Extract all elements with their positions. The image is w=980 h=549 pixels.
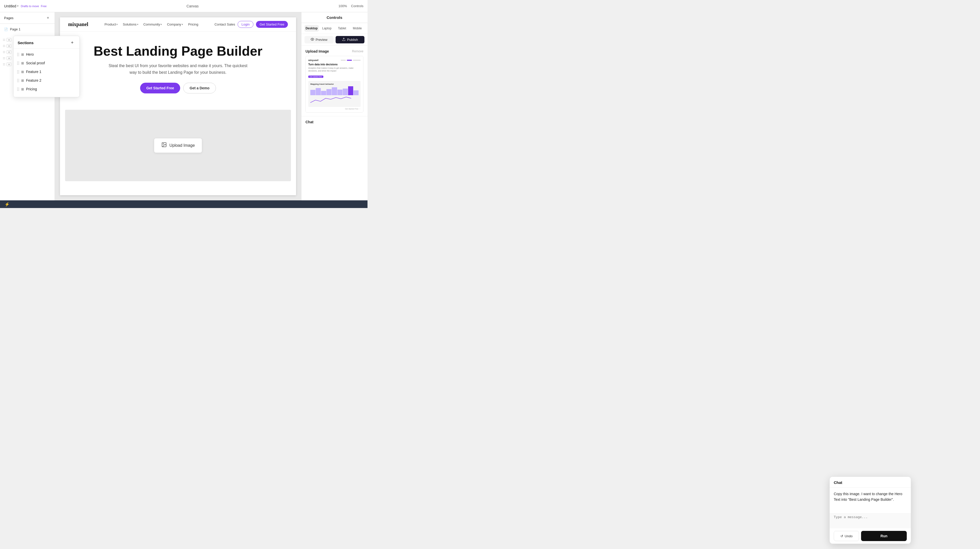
page-1-item[interactable]: 📄 Page 1 [2, 26, 52, 33]
page-1-label: Page 1 [10, 27, 21, 31]
add-section-button[interactable]: + [69, 40, 75, 46]
app-title[interactable]: Untitled ▾ [4, 4, 19, 8]
add-page-button[interactable]: + [45, 15, 51, 21]
section-badge-icon: ⊞ [6, 38, 11, 41]
pages-label: Pages [4, 16, 14, 20]
hero-buttons: Get Started Free Get a Demo [140, 83, 216, 94]
upload-icon [161, 142, 167, 149]
publish-button[interactable]: Publish [336, 36, 365, 43]
section-badge-icon: ⊞ [6, 50, 11, 54]
svg-point-1 [163, 144, 164, 145]
subtitle: Drafts to move Free [21, 5, 46, 8]
controls-label: Controls [351, 4, 363, 8]
nav-link-pricing[interactable]: Pricing [188, 22, 198, 26]
section-table-icon: ⊞ [21, 61, 24, 65]
section-table-icon: ⊞ [21, 87, 24, 91]
section-table-icon: ⊞ [21, 70, 24, 74]
title-chevron-icon: ▾ [17, 4, 19, 8]
nav-link-solutions[interactable]: Solutions ▾ [123, 22, 138, 26]
section-label-hero: Hero [26, 53, 34, 56]
canvas-navbar: mixpanel Product ▾ Solutions ▾ Community… [60, 18, 296, 32]
section-item-pricing[interactable]: ⊞ Pricing [14, 85, 80, 94]
section-item-social-proof[interactable]: ⊞ Social proof [14, 59, 80, 67]
top-bar: Untitled ▾ Drafts to move Free Canvas 10… [0, 0, 368, 12]
nav-link-product[interactable]: Product ▾ [104, 22, 118, 26]
pages-list: 📄 Page 1 [0, 24, 55, 35]
chevron-down-icon: ▾ [182, 23, 183, 26]
publish-icon [342, 38, 345, 42]
nav-cta-button[interactable]: Get Started Free [256, 21, 288, 28]
view-tabs: Desktop Laptop Tablet Mobile [301, 23, 368, 34]
svg-point-2 [312, 39, 313, 40]
page-icon: 📄 [4, 27, 8, 31]
nav-contact-sales[interactable]: Contact Sales [215, 22, 235, 26]
section-badge-icon: ⊞ [6, 62, 11, 66]
section-badge-icon: ⊞ [6, 56, 11, 60]
upload-image-section: Upload Image Remove mixpanel Turn da [301, 46, 368, 116]
control-actions: Preview Publish [301, 34, 368, 46]
drag-handle-icon[interactable] [17, 70, 19, 73]
upload-image-area[interactable]: Upload Image [65, 110, 291, 181]
right-sidebar: Controls Desktop Laptop Tablet Mobile Pr… [301, 12, 368, 201]
preview-button[interactable]: Preview [304, 36, 334, 43]
main-layout: Pages + 📄 Page 1 ⊞ ⊞ ⊞ [0, 12, 368, 201]
section-item-feature2[interactable]: ⊞ Feature 2 [14, 76, 80, 85]
section-label-social-proof: Social proof [26, 61, 45, 65]
section-item-hero[interactable]: ⊞ Hero [14, 50, 80, 59]
nav-link-company[interactable]: Company ▾ [167, 22, 183, 26]
nav-links: Product ▾ Solutions ▾ Community ▾ Compan… [104, 22, 198, 26]
upload-image-button[interactable]: Upload Image [154, 138, 202, 153]
tab-mobile[interactable]: Mobile [350, 25, 364, 32]
nav-login-button[interactable]: Login [238, 21, 253, 28]
remove-link[interactable]: Remove [352, 49, 363, 53]
chevron-down-icon: ▾ [137, 23, 138, 26]
bottom-bar: ⚡ [0, 201, 368, 208]
preview-image: mixpanel Turn data into decisions Analyt… [305, 56, 363, 113]
lightning-icon[interactable]: ⚡ [4, 201, 10, 207]
title-text: Untitled [4, 4, 16, 8]
chevron-down-icon: ▾ [161, 23, 162, 26]
hero-cta-primary-button[interactable]: Get Started Free [140, 83, 180, 94]
hero-subtitle: Steal the best UI from your favorite web… [107, 62, 250, 76]
zoom-level: 100% [339, 4, 347, 8]
section-label-feature2: Feature 2 [26, 78, 41, 83]
section-table-icon: ⊞ [21, 79, 24, 83]
tab-tablet[interactable]: Tablet [335, 25, 349, 32]
sections-list: ⊞ Hero ⊞ Social proof [14, 48, 80, 95]
sections-panel: Sections + ⊞ Hero [13, 36, 80, 97]
top-bar-right: 100% Controls [339, 4, 363, 8]
chat-section-label: Chat [301, 116, 368, 126]
sections-panel-header: Sections + [14, 36, 80, 48]
pages-header: Pages + [0, 12, 55, 24]
section-badge-icon: ⊞ [6, 44, 11, 48]
chevron-down-icon: ▾ [116, 23, 118, 26]
nav-link-community[interactable]: Community ▾ [143, 22, 162, 26]
drag-handle-icon[interactable] [17, 79, 19, 82]
upload-label: Upload Image [169, 143, 195, 148]
nav-logo: mixpanel [68, 21, 88, 27]
section-table-icon: ⊞ [21, 53, 24, 56]
tab-desktop[interactable]: Desktop [304, 25, 319, 32]
canvas-area: mixpanel Product ▾ Solutions ▾ Community… [55, 12, 301, 201]
hero-title: Best Landing Page Builder [94, 44, 262, 59]
canvas-label: Canvas [186, 4, 199, 8]
canvas-frame: mixpanel Product ▾ Solutions ▾ Community… [60, 18, 296, 195]
upload-image-label: Upload Image Remove [305, 49, 363, 53]
tab-laptop[interactable]: Laptop [320, 25, 334, 32]
nav-actions: Contact Sales Login Get Started Free [215, 21, 288, 28]
top-bar-left: Untitled ▾ Drafts to move Free [4, 4, 47, 8]
hero-cta-outline-button[interactable]: Get a Demo [183, 83, 216, 94]
section-item-feature1[interactable]: ⊞ Feature 1 [14, 67, 80, 76]
section-label-pricing: Pricing [26, 87, 37, 91]
drag-handle-icon[interactable] [17, 88, 19, 91]
section-label-feature1: Feature 1 [26, 70, 41, 74]
sections-title: Sections [18, 41, 34, 45]
preview-icon [310, 38, 314, 42]
drag-handle-icon[interactable] [17, 62, 19, 65]
controls-header: Controls [301, 12, 368, 23]
drag-handle-icon[interactable] [17, 53, 19, 56]
hero-section: Best Landing Page Builder Steal the best… [60, 32, 296, 110]
